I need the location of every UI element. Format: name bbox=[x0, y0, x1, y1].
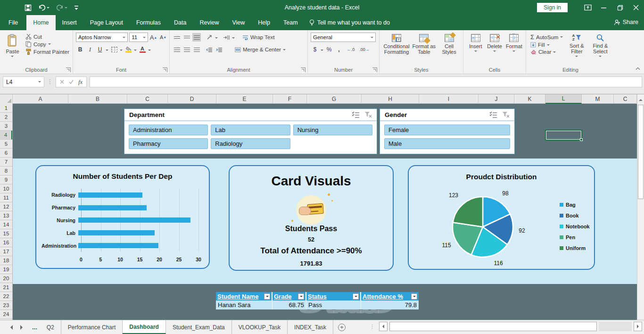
wrap-text-button[interactable]: Wrap Text bbox=[241, 34, 276, 41]
cut-button[interactable]: Cut bbox=[24, 33, 71, 40]
row-header-20[interactable]: 20 bbox=[0, 274, 12, 283]
vertical-scroll-thumb[interactable] bbox=[638, 105, 644, 199]
column-header-J[interactable]: J bbox=[479, 94, 514, 104]
italic-button[interactable]: I bbox=[86, 45, 94, 54]
row-header-21[interactable]: 21 bbox=[0, 283, 12, 292]
enter-icon[interactable] bbox=[69, 80, 74, 84]
cancel-icon[interactable] bbox=[60, 80, 64, 84]
row-header-19[interactable]: 19 bbox=[0, 265, 12, 274]
row-header-18[interactable]: 18 bbox=[0, 256, 12, 265]
increase-decimal-button[interactable]: ←.0 bbox=[345, 45, 357, 54]
text-direction-button[interactable] bbox=[222, 33, 231, 42]
tab-help[interactable]: Help bbox=[251, 15, 277, 30]
column-header-I[interactable]: I bbox=[419, 94, 479, 104]
slicer-item-male[interactable]: Male bbox=[384, 138, 510, 149]
row-header-15[interactable]: 15 bbox=[0, 229, 12, 238]
name-box[interactable]: L4 bbox=[3, 76, 44, 87]
font-name-combo[interactable]: Aptos Narrow bbox=[76, 33, 128, 42]
fill-button[interactable]: Fill bbox=[529, 42, 564, 48]
row-header-7[interactable]: 7 bbox=[0, 158, 12, 167]
font-dialog-launcher[interactable] bbox=[163, 67, 167, 72]
font-color-button[interactable]: A bbox=[138, 45, 147, 54]
slicer-item-radiology[interactable]: Radiology bbox=[211, 138, 290, 149]
tab-file[interactable]: File bbox=[0, 15, 26, 30]
row-header-1[interactable]: 1 bbox=[0, 104, 12, 113]
filter-dropdown-attendance[interactable] bbox=[411, 293, 417, 300]
column-header-D[interactable]: D bbox=[168, 94, 216, 104]
tab-view[interactable]: View bbox=[225, 15, 251, 30]
sheet-tab-index-task[interactable]: INDEX_Task bbox=[288, 320, 333, 334]
row-header-12[interactable]: 12 bbox=[0, 202, 12, 211]
prev-sheet-arrow[interactable] bbox=[10, 325, 13, 330]
column-header-E[interactable]: E bbox=[216, 94, 273, 104]
format-cells-button[interactable]: ↔ Format bbox=[504, 32, 524, 65]
pie-chart-card[interactable]: Proudct Distribution 98 92 116 115 123 B… bbox=[408, 165, 595, 270]
number-format-combo[interactable]: General bbox=[311, 33, 376, 42]
column-header-M[interactable]: M bbox=[582, 94, 614, 104]
restore-button[interactable] bbox=[612, 0, 628, 15]
decrease-decimal-button[interactable]: .00→ bbox=[358, 45, 371, 54]
align-right-button[interactable] bbox=[192, 45, 201, 54]
sheet-tab-vlookup-task[interactable]: VLOOKUP_Task bbox=[232, 320, 288, 334]
column-header-K[interactable]: K bbox=[514, 94, 545, 104]
filter-dropdown-status[interactable] bbox=[353, 293, 359, 300]
tab-team[interactable]: Team bbox=[277, 15, 305, 30]
fill-color-caret[interactable] bbox=[134, 50, 137, 52]
next-sheet-arrow[interactable] bbox=[20, 325, 23, 330]
column-header-C-partial[interactable]: C bbox=[614, 94, 637, 104]
close-button[interactable] bbox=[628, 0, 644, 15]
find-select-button[interactable]: Find & Select bbox=[589, 32, 611, 65]
vertical-scrollbar[interactable] bbox=[637, 94, 644, 320]
insert-cells-button[interactable]: ← Insert bbox=[466, 32, 485, 65]
customize-quick-access-button[interactable] bbox=[74, 5, 79, 10]
cell-styles-button[interactable]: Cell Styles bbox=[438, 32, 461, 65]
tabbar-splitter[interactable]: ⋮ bbox=[370, 324, 375, 330]
undo-button[interactable] bbox=[38, 4, 50, 11]
row-header-4[interactable]: 4 bbox=[0, 131, 12, 140]
row-header-9[interactable]: 9 bbox=[0, 175, 12, 184]
slicer-item-lab[interactable]: Lab bbox=[211, 125, 290, 135]
increase-indent-button[interactable] bbox=[215, 45, 223, 54]
row-header-14[interactable]: 14 bbox=[0, 220, 12, 229]
slicer-item-female[interactable]: Female bbox=[384, 125, 510, 135]
font-color-caret[interactable] bbox=[148, 50, 151, 52]
bottom-align-button[interactable] bbox=[192, 33, 201, 42]
percent-style-button[interactable]: % bbox=[325, 45, 333, 54]
format-painter-button[interactable]: Format Painter bbox=[24, 48, 71, 55]
fill-handle[interactable] bbox=[580, 138, 583, 141]
font-size-combo[interactable]: 11 bbox=[129, 33, 148, 42]
fill-color-button[interactable] bbox=[124, 45, 132, 54]
insert-function-button[interactable]: fx bbox=[78, 78, 83, 86]
row-header-17[interactable]: 17 bbox=[0, 247, 12, 256]
select-all-corner[interactable] bbox=[0, 94, 13, 104]
clipboard-dialog-launcher[interactable] bbox=[66, 67, 71, 72]
hscroll-right-button[interactable] bbox=[634, 322, 642, 331]
slicer-department[interactable]: Department Administration Lab Nursing Ph… bbox=[124, 109, 377, 154]
sort-filter-button[interactable]: AZ Sort & Filter bbox=[565, 32, 588, 65]
bar-chart-card[interactable]: Number of Students Per Dep Radiology Pha… bbox=[35, 165, 210, 269]
column-header-B[interactable]: B bbox=[68, 94, 127, 104]
redo-button[interactable] bbox=[56, 4, 67, 11]
orientation-caret[interactable] bbox=[215, 37, 218, 40]
row-header-6[interactable]: 6 bbox=[0, 149, 12, 158]
horizontal-scroll-track[interactable] bbox=[599, 322, 632, 331]
column-header-H[interactable]: H bbox=[362, 94, 419, 104]
multiselect-icon[interactable] bbox=[489, 111, 497, 118]
row-header-16[interactable]: 16 bbox=[0, 238, 12, 247]
middle-align-button[interactable] bbox=[182, 33, 191, 42]
tab-insert[interactable]: Insert bbox=[56, 15, 83, 30]
sheet-tab-performance-chart[interactable]: Performance Chart bbox=[61, 320, 123, 334]
filter-dropdown-student-name[interactable] bbox=[264, 293, 270, 300]
decrease-indent-button[interactable] bbox=[205, 45, 214, 54]
formula-input[interactable] bbox=[90, 76, 642, 87]
horizontal-scrollbar[interactable]: ⋮ bbox=[370, 322, 642, 331]
horizontal-scroll-thumb[interactable] bbox=[389, 322, 597, 331]
column-header-L[interactable]: L bbox=[545, 94, 582, 104]
card-visuals[interactable]: Card Visuals Students Pass 52 Total of A… bbox=[229, 165, 394, 271]
shrink-font-button[interactable]: A▼ bbox=[159, 33, 167, 42]
format-as-table-button[interactable]: Format as Table bbox=[411, 32, 437, 65]
ribbon-display-options-button[interactable] bbox=[580, 0, 596, 15]
save-button[interactable] bbox=[25, 4, 32, 11]
clear-filter-icon[interactable] bbox=[502, 111, 510, 118]
borders-caret[interactable] bbox=[120, 50, 123, 52]
